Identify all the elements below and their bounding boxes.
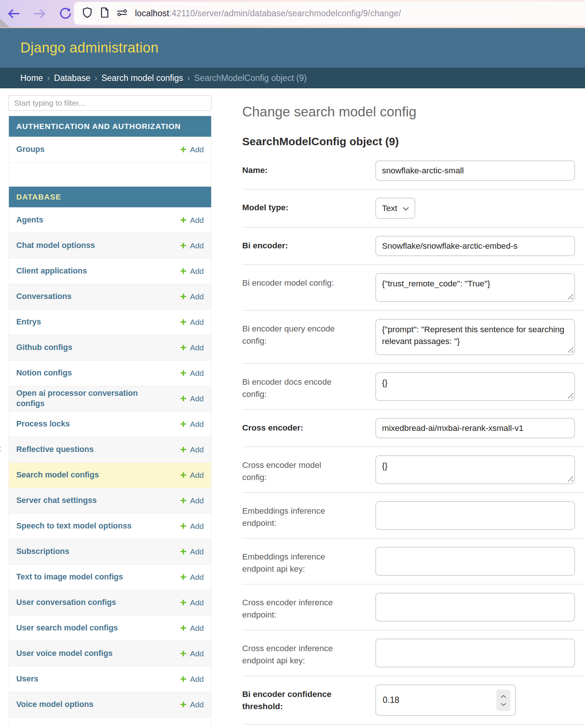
- forward-icon[interactable]: [33, 8, 46, 19]
- module-caption[interactable]: DATABASE: [9, 187, 211, 207]
- field-input[interactable]: [375, 547, 575, 576]
- form-row: Cross encoder model config:: [242, 447, 585, 493]
- add-link[interactable]: +Add: [180, 241, 204, 250]
- sidebar-item: Voice model options+Add: [9, 692, 211, 717]
- field-input[interactable]: [375, 418, 575, 438]
- sidebar-item: Users+Add: [9, 666, 211, 692]
- select-value: Text: [382, 204, 397, 213]
- breadcrumb-current: SearchModelConfig object (9): [194, 73, 307, 83]
- plus-icon: +: [180, 650, 187, 657]
- model-link[interactable]: User search model configs: [16, 623, 118, 633]
- model-link[interactable]: Speech to text model optionss: [16, 521, 132, 531]
- add-link[interactable]: +Add: [180, 624, 204, 633]
- sidebar-item: Speech to text model optionss+Add: [9, 513, 211, 539]
- model-link[interactable]: Server chat settingss: [16, 496, 97, 506]
- model-link[interactable]: Voice model options: [16, 700, 94, 710]
- shield-icon[interactable]: [82, 7, 92, 20]
- add-link[interactable]: +Add: [180, 369, 204, 378]
- sidebar-filter-input[interactable]: [9, 95, 212, 111]
- model-link[interactable]: Agents: [16, 215, 43, 225]
- page-title: Change search model config: [242, 104, 585, 120]
- reload-icon[interactable]: [59, 7, 72, 20]
- breadcrumb-link[interactable]: Search model configs: [101, 73, 183, 83]
- site-title[interactable]: Django administration: [20, 40, 159, 56]
- add-link[interactable]: +Add: [180, 573, 204, 582]
- breadcrumb-link[interactable]: Home: [20, 73, 43, 83]
- model-link[interactable]: Conversations: [16, 292, 71, 302]
- add-link[interactable]: +Add: [180, 292, 204, 301]
- sidebar: AUTHENTICATION AND AUTHORIZATIONGroups+A…: [9, 95, 212, 728]
- model-link[interactable]: User voice model configs: [16, 649, 112, 659]
- plus-icon: +: [180, 318, 187, 326]
- sidebar-item: Process locks+Add: [9, 411, 211, 437]
- model-link[interactable]: Subscriptions: [16, 547, 69, 557]
- model-link[interactable]: Groups: [16, 144, 44, 155]
- model-link[interactable]: Notion configs: [16, 368, 72, 378]
- model-link[interactable]: Users: [16, 674, 38, 684]
- form-row: Bi encoder:: [242, 228, 585, 265]
- plus-icon: +: [180, 267, 187, 275]
- add-link[interactable]: +Add: [180, 445, 204, 454]
- field-number-input[interactable]: [375, 684, 516, 716]
- model-link[interactable]: Reflective questions: [16, 445, 94, 455]
- add-link[interactable]: +Add: [180, 496, 204, 505]
- add-link[interactable]: +Add: [180, 471, 204, 480]
- back-icon[interactable]: [7, 8, 20, 19]
- sidebar-item: Github configs+Add: [9, 335, 211, 360]
- model-link[interactable]: Client applications: [16, 266, 87, 276]
- add-link[interactable]: +Add: [180, 343, 204, 352]
- plus-icon: +: [180, 146, 187, 153]
- module-caption[interactable]: AUTHENTICATION AND AUTHORIZATION: [9, 116, 211, 137]
- field-textarea[interactable]: [375, 372, 575, 401]
- model-link[interactable]: Chat model optionss: [16, 241, 95, 251]
- page-icon[interactable]: [100, 7, 109, 20]
- add-link[interactable]: +Add: [180, 700, 204, 709]
- number-spinner[interactable]: [496, 690, 510, 711]
- sidebar-item: User voice model configs+Add: [9, 641, 211, 666]
- field-input[interactable]: [375, 160, 575, 181]
- add-link[interactable]: +Add: [180, 267, 204, 276]
- permissions-icon[interactable]: [116, 8, 128, 18]
- add-link[interactable]: +Add: [180, 675, 204, 684]
- add-link[interactable]: +Add: [180, 420, 204, 429]
- field-textarea-wrap: [375, 455, 575, 484]
- field-control: [375, 684, 516, 716]
- model-link[interactable]: Process locks: [16, 419, 70, 429]
- add-link[interactable]: +Add: [180, 649, 204, 658]
- add-link[interactable]: +Add: [180, 216, 204, 225]
- model-link[interactable]: Search model configs: [16, 470, 99, 480]
- model-link[interactable]: Text to image model configs: [16, 572, 123, 582]
- add-label: Add: [190, 420, 204, 429]
- add-label: Add: [190, 471, 204, 480]
- add-link[interactable]: +Add: [180, 145, 204, 154]
- empty-row: [9, 717, 211, 728]
- field-input[interactable]: [375, 639, 575, 667]
- model-link[interactable]: User conversation configs: [16, 598, 116, 608]
- model-link[interactable]: Github configs: [16, 343, 72, 353]
- field-input[interactable]: [375, 501, 575, 530]
- change-form: Name:Model type:TextBi encoder:Bi encode…: [242, 152, 585, 725]
- field-select[interactable]: Text: [375, 198, 415, 219]
- model-link[interactable]: Open ai processor conversation configs: [16, 388, 140, 409]
- sidebar-item: Reflective questions+Add: [9, 437, 211, 462]
- field-input[interactable]: [375, 593, 575, 622]
- add-label: Add: [190, 241, 204, 250]
- sidebar-toggle-icon[interactable]: ‹: [0, 442, 1, 455]
- add-link[interactable]: +Add: [180, 394, 204, 403]
- field-textarea[interactable]: [375, 319, 575, 355]
- plus-icon: +: [180, 573, 187, 581]
- form-row: Name:: [242, 152, 585, 190]
- field-input[interactable]: [375, 236, 575, 256]
- plus-icon: +: [180, 344, 187, 351]
- url-bar[interactable]: localhost:42110/server/admin/database/se…: [74, 2, 585, 25]
- field-label: Bi encoder docs encode config:: [242, 372, 342, 400]
- field-textarea[interactable]: [375, 455, 575, 484]
- add-link[interactable]: +Add: [180, 547, 204, 556]
- add-link[interactable]: +Add: [180, 522, 204, 531]
- model-link[interactable]: Entrys: [16, 317, 41, 327]
- add-link[interactable]: +Add: [180, 318, 204, 327]
- field-textarea[interactable]: [375, 273, 575, 302]
- form-row: Cross encoder inference endpoint api key…: [242, 630, 585, 676]
- add-link[interactable]: +Add: [180, 598, 204, 607]
- breadcrumb-link[interactable]: Database: [54, 73, 90, 83]
